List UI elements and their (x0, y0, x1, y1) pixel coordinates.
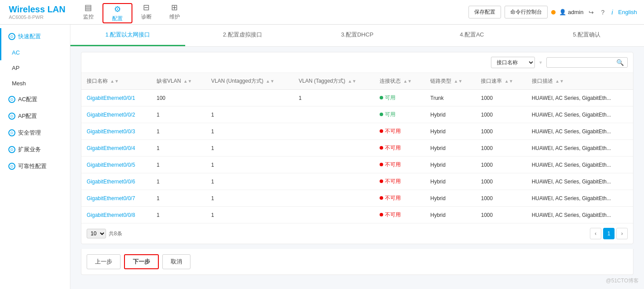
sidebar-item-ap[interactable]: AP (0, 60, 70, 76)
sidebar-item-mesh[interactable]: Mesh (0, 76, 70, 91)
table-toolbar: 接口名称 ▾ 🔍 (81, 52, 633, 73)
cell-link-speed-0: 1000 (476, 90, 526, 106)
table-row: GigabitEthernet0/0/1 100 1 可用 Trunk 1000… (81, 90, 633, 106)
cmd-console-button[interactable]: 命令行控制台 (505, 6, 548, 18)
user-icon: 👤 (559, 9, 566, 15)
cell-name-6[interactable]: GigabitEthernet0/0/7 (81, 190, 151, 207)
next-step-button[interactable]: 下一步 (124, 254, 159, 269)
sidebar-item-ac-config[interactable]: ⊙ AC配置 (0, 91, 70, 108)
table-row: GigabitEthernet0/0/8 1 1 不可用 Hybrid 1000… (81, 207, 633, 223)
cell-default-vlan-1: 1 (151, 106, 206, 123)
table-area: 接口名称 ▾ 🔍 接口名称 ▲▼ 缺省VLAN ▲▼ VLAN (Unta (81, 52, 633, 244)
prev-page-button[interactable]: ‹ (590, 228, 601, 239)
ac-config-icon: ⊙ (8, 96, 15, 103)
cell-name-2[interactable]: GigabitEthernet0/0/3 (81, 123, 151, 140)
cell-description-6: HUAWEI, AC Series, GigabitEth... (527, 190, 633, 207)
security-icon: ⊙ (8, 129, 15, 136)
sidebar-item-security[interactable]: ⊙ 安全管理 (0, 124, 70, 141)
pagination: ‹ 1 › (590, 228, 628, 239)
nav-item-diagnose[interactable]: ⊟ 诊断 (132, 0, 161, 25)
prev-step-button[interactable]: 上一步 (87, 254, 121, 269)
table-header-row: 接口名称 ▲▼ 缺省VLAN ▲▼ VLAN (Untagged方式) ▲▼ V… (81, 73, 633, 90)
cell-vlan-tagged-1 (293, 106, 374, 123)
sidebar: ⊙ 快速配置 AC AP Mesh ⊙ AC配置 ⊙ AP配置 ⊙ 安全管理 ⊙… (0, 25, 70, 289)
sidebar-item-ac[interactable]: AC (0, 45, 70, 60)
sidebar-label-ap: AP (12, 65, 19, 71)
cell-name-0[interactable]: GigabitEthernet0/0/1 (81, 90, 151, 106)
brand-title-blue: LAN (48, 4, 66, 14)
cell-link-status-4: 不可用 (374, 157, 425, 173)
nav-item-maintain[interactable]: ⊞ 维护 (161, 0, 189, 25)
cell-name-5[interactable]: GigabitEthernet0/0/6 (81, 173, 151, 190)
table-row: GigabitEthernet0/0/6 1 1 不可用 Hybrid 1000… (81, 173, 633, 190)
cell-description-7: HUAWEI, AC Series, GigabitEth... (527, 207, 633, 223)
cell-description-5: HUAWEI, AC Series, GigabitEth... (527, 173, 633, 190)
data-table: 接口名称 ▲▼ 缺省VLAN ▲▼ VLAN (Untagged方式) ▲▼ V… (81, 73, 633, 223)
tab-step5[interactable]: 5.配置确认 (529, 25, 644, 46)
sidebar-item-expand[interactable]: ⊙ 扩展业务 (0, 141, 70, 158)
sidebar-label-ap-config: AP配置 (18, 112, 37, 120)
cell-name-1[interactable]: GigabitEthernet0/0/2 (81, 106, 151, 123)
help-icon[interactable]: ? (599, 9, 606, 16)
cell-vlan-tagged-2 (293, 123, 374, 140)
cell-link-speed-7: 1000 (476, 207, 526, 223)
sidebar-label-security: 安全管理 (18, 129, 41, 137)
cell-link-speed-3: 1000 (476, 140, 526, 157)
tab-step4[interactable]: 4.配置AC (414, 25, 529, 46)
cell-vlan-tagged-3 (293, 140, 374, 157)
info-icon[interactable]: i (610, 9, 615, 16)
next-page-button[interactable]: › (616, 228, 628, 239)
cell-link-speed-1: 1000 (476, 106, 526, 123)
status-dot-2 (380, 129, 383, 133)
reliable-icon: ⊙ (8, 163, 15, 170)
cell-link-type-2: Hybrid (425, 123, 476, 140)
col-header-name: 接口名称 ▲▼ (81, 73, 151, 90)
status-indicator (551, 10, 556, 15)
cell-name-7[interactable]: GigabitEthernet0/0/8 (81, 207, 151, 223)
nav-icons: ▤ 监控 ⚙ 配置 ⊟ 诊断 ⊞ 维护 (74, 0, 461, 25)
content-area: 1.配置以太网接口 2.配置虚拟接口 3.配置DHCP 4.配置AC 5.配置确… (70, 25, 644, 289)
config-icon: ⚙ (114, 4, 121, 14)
logout-icon[interactable]: ↪ (587, 9, 596, 16)
cell-vlan-untagged-2: 1 (206, 123, 293, 140)
cell-default-vlan-3: 1 (151, 140, 206, 157)
cell-name-3[interactable]: GigabitEthernet0/0/4 (81, 140, 151, 157)
page-size-select[interactable]: 10 20 50 (87, 229, 106, 238)
cell-link-type-0: Trunk (425, 90, 476, 106)
tab-step2[interactable]: 2.配置虚拟接口 (185, 25, 300, 46)
nav-item-monitor[interactable]: ▤ 监控 (74, 0, 102, 25)
tab-step3[interactable]: 3.配置DHCP (300, 25, 415, 46)
cell-description-0: HUAWEI, AC Series, GigabitEth... (527, 90, 633, 106)
cancel-button[interactable]: 取消 (162, 254, 190, 269)
search-field-select[interactable]: 接口名称 (491, 57, 535, 68)
cell-link-speed-4: 1000 (476, 157, 526, 173)
sidebar-item-ap-config[interactable]: ⊙ AP配置 (0, 108, 70, 124)
table-body: GigabitEthernet0/0/1 100 1 可用 Trunk 1000… (81, 90, 633, 223)
save-config-button[interactable]: 保存配置 (468, 6, 501, 18)
sidebar-item-quick-config[interactable]: ⊙ 快速配置 (0, 28, 70, 45)
cell-link-status-3: 不可用 (374, 140, 425, 157)
user-info: 👤 admin (559, 9, 583, 15)
ap-config-icon: ⊙ (8, 113, 15, 120)
search-button[interactable]: 🔍 (616, 59, 624, 66)
col-header-vlan-untagged: VLAN (Untagged方式) ▲▼ (206, 73, 293, 90)
table-row: GigabitEthernet0/0/5 1 1 不可用 Hybrid 1000… (81, 157, 633, 173)
nav-label-config: 配置 (112, 15, 123, 22)
page-1-button[interactable]: 1 (603, 228, 615, 239)
nav-item-config[interactable]: ⚙ 配置 (102, 3, 132, 23)
maintain-icon: ⊞ (171, 3, 178, 12)
table-row: GigabitEthernet0/0/7 1 1 不可用 Hybrid 1000… (81, 190, 633, 207)
page-size-wrap: 10 20 50 共8条 (87, 229, 122, 238)
navbar: Wireless LAN AC6005-8-PWR ▤ 监控 ⚙ 配置 ⊟ 诊断… (0, 0, 644, 25)
status-dot-0 (380, 96, 383, 99)
brand-title-black: Wireless (9, 4, 48, 14)
search-input[interactable] (550, 59, 616, 66)
cell-name-4[interactable]: GigabitEthernet0/0/5 (81, 157, 151, 173)
cell-link-status-7: 不可用 (374, 207, 425, 223)
tab-step1[interactable]: 1.配置以太网接口 (70, 25, 185, 46)
sidebar-item-reliable[interactable]: ⊙ 可靠性配置 (0, 158, 70, 175)
cell-vlan-untagged-0 (206, 90, 293, 106)
language-label[interactable]: English (618, 9, 637, 15)
diagnose-icon: ⊟ (143, 3, 150, 12)
cell-vlan-untagged-1: 1 (206, 106, 293, 123)
